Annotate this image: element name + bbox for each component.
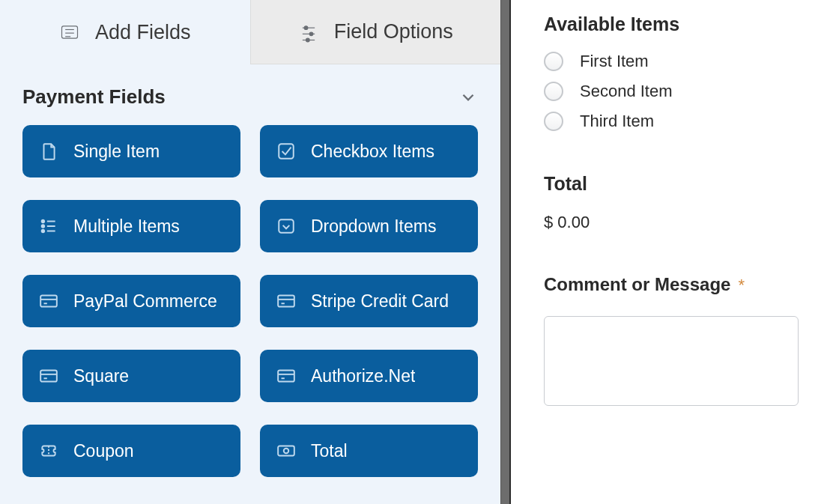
- field-label: Dropdown Items: [311, 216, 436, 237]
- field-dropdown-items[interactable]: Dropdown Items: [260, 200, 478, 252]
- required-mark: *: [738, 276, 745, 295]
- tabs: Add Fields Field Options: [0, 0, 500, 64]
- available-items-heading: Available Items: [544, 13, 823, 35]
- item-label: First Item: [580, 52, 649, 71]
- card-icon: [39, 291, 58, 311]
- total-heading: Total: [544, 173, 823, 195]
- field-label: PayPal Commerce: [73, 291, 217, 312]
- field-multiple-items[interactable]: Multiple Items: [22, 200, 240, 252]
- items-list: First ItemSecond ItemThird Item: [544, 52, 823, 131]
- field-paypal-commerce[interactable]: PayPal Commerce: [22, 275, 240, 327]
- section-title: Payment Fields: [22, 85, 166, 109]
- list-icon: [39, 216, 58, 236]
- field-label: Stripe Credit Card: [311, 291, 449, 312]
- radio-input[interactable]: [544, 82, 563, 101]
- field-total[interactable]: Total: [260, 425, 478, 477]
- sliders-icon: [298, 22, 319, 43]
- radio-input[interactable]: [544, 52, 563, 71]
- total-value: $ 0.00: [544, 213, 823, 232]
- field-square[interactable]: Square: [22, 350, 240, 402]
- money-icon: [276, 441, 296, 461]
- card-icon: [276, 291, 296, 311]
- sidebar-panel: Add Fields Field Options Payment Fields …: [0, 0, 500, 504]
- tab-add-fields[interactable]: Add Fields: [0, 0, 250, 64]
- radio-input[interactable]: [544, 112, 563, 131]
- section-header[interactable]: Payment Fields: [0, 64, 500, 113]
- field-single-item[interactable]: Single Item: [22, 125, 240, 177]
- form-icon: [59, 22, 80, 43]
- field-label: Single Item: [73, 142, 160, 162]
- field-stripe-card[interactable]: Stripe Credit Card: [260, 275, 478, 327]
- list-item: Third Item: [544, 112, 823, 131]
- field-label: Authorize.Net: [311, 366, 415, 386]
- comment-textarea[interactable]: [544, 316, 799, 406]
- file-icon: [39, 142, 58, 161]
- tab-label: Field Options: [334, 20, 453, 43]
- list-item: First Item: [544, 52, 823, 71]
- item-label: Second Item: [580, 82, 673, 101]
- item-label: Third Item: [580, 112, 654, 131]
- comment-label: Comment or Message: [544, 274, 730, 295]
- tab-label: Add Fields: [95, 21, 191, 44]
- preview-panel: Available Items First ItemSecond ItemThi…: [511, 0, 836, 504]
- chevron-down-icon: [458, 88, 478, 107]
- card-icon: [39, 366, 58, 386]
- list-item: Second Item: [544, 82, 823, 101]
- field-label: Multiple Items: [73, 216, 180, 237]
- ticket-icon: [39, 441, 58, 461]
- field-label: Square: [73, 366, 129, 386]
- checkbox-icon: [276, 142, 296, 161]
- fields-grid: Single ItemCheckbox ItemsMultiple ItemsD…: [0, 113, 500, 477]
- field-authorize-net[interactable]: Authorize.Net: [260, 350, 478, 402]
- field-label: Total: [311, 441, 348, 461]
- field-label: Checkbox Items: [311, 142, 434, 162]
- field-label: Coupon: [73, 441, 134, 461]
- card-icon: [276, 366, 296, 386]
- field-coupon[interactable]: Coupon: [22, 425, 240, 477]
- dropdown-icon: [276, 216, 296, 236]
- panel-divider[interactable]: [500, 0, 511, 504]
- tab-field-options[interactable]: Field Options: [250, 0, 501, 64]
- field-checkbox-items[interactable]: Checkbox Items: [260, 125, 478, 177]
